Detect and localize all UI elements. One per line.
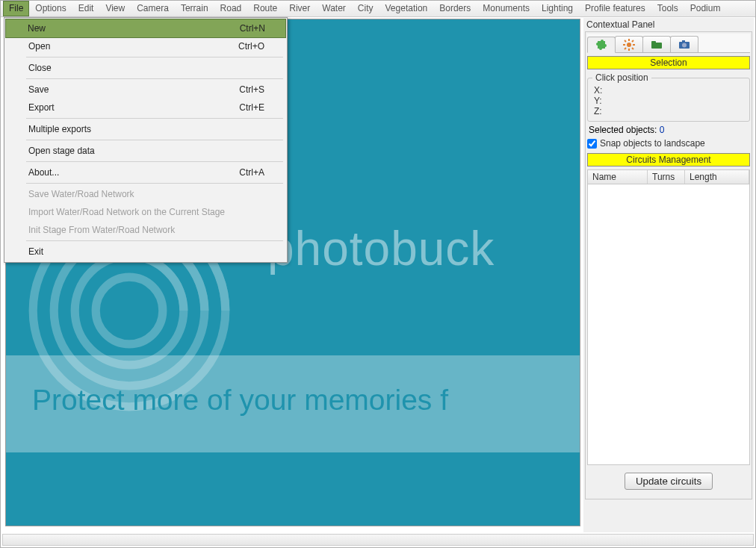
panel-tab-gear[interactable] xyxy=(615,36,643,52)
menu-item-multiple-exports[interactable]: Multiple exports xyxy=(6,120,285,138)
menubar-item-profile-features[interactable]: Profile features xyxy=(579,1,651,16)
click-position-group: Click position X: Y: Z: xyxy=(587,72,750,122)
circuits-grid-header: Name Turns Length xyxy=(587,169,750,184)
menu-separator xyxy=(26,240,283,241)
panel-tab-camera[interactable] xyxy=(670,36,698,52)
click-position-title: Click position xyxy=(592,72,651,83)
svg-line-9 xyxy=(625,40,626,42)
menu-item-label: Export xyxy=(28,102,55,113)
contextual-panel-title: Contextual Panel xyxy=(583,18,754,31)
camera-icon xyxy=(678,39,690,51)
svg-line-12 xyxy=(625,48,626,49)
panel-tab-folder[interactable] xyxy=(642,36,671,52)
watermark-brand-text: photobuck xyxy=(267,221,495,276)
svg-rect-13 xyxy=(651,43,662,49)
menu-item-label: Multiple exports xyxy=(28,124,91,134)
menubar-item-route[interactable]: Route xyxy=(247,1,283,16)
selection-header: Selection xyxy=(587,56,750,69)
coord-z-label: Z: xyxy=(594,106,602,116)
snap-label: Snap objects to landscape xyxy=(600,138,705,149)
puzzle-icon xyxy=(595,39,607,51)
menu-separator xyxy=(26,78,283,79)
svg-line-10 xyxy=(632,48,633,49)
menu-item-save[interactable]: SaveCtrl+S xyxy=(6,81,285,99)
coord-x-label: X: xyxy=(594,85,602,96)
menu-item-shortcut: Ctrl+O xyxy=(238,41,264,52)
menu-separator xyxy=(26,161,283,162)
menu-item-init-stage-from-water-road-network: Init Stage From Water/Road Network xyxy=(6,221,285,239)
menubar-item-vegetation[interactable]: Vegetation xyxy=(379,1,434,16)
menu-item-shortcut: Ctrl+S xyxy=(239,84,264,95)
menubar-item-lighting[interactable]: Lighting xyxy=(536,1,579,16)
selected-objects-count: 0 xyxy=(660,125,665,135)
menu-item-label: About... xyxy=(28,167,59,178)
menu-item-label: Exit xyxy=(28,246,43,257)
svg-rect-17 xyxy=(682,40,685,43)
menu-separator xyxy=(26,183,283,184)
panel-tab-puzzle[interactable] xyxy=(587,37,616,53)
menu-item-label: Save Water/Road Network xyxy=(28,189,134,199)
menu-item-label: Open xyxy=(28,41,50,52)
statusbar xyxy=(2,534,754,546)
menubar-item-tools[interactable]: Tools xyxy=(651,1,684,16)
menu-item-shortcut: Ctrl+N xyxy=(240,23,265,34)
menu-item-import-water-road-network-on-the-current-stage: Import Water/Road Network on the Current… xyxy=(6,203,285,221)
update-circuits-button[interactable]: Update circuits xyxy=(625,473,713,490)
menu-separator xyxy=(26,118,283,119)
menubar-item-water[interactable]: Water xyxy=(316,1,352,16)
menu-item-label: Open stage data xyxy=(28,146,95,156)
menu-item-exit[interactable]: Exit xyxy=(6,243,285,261)
menu-item-open-stage-data[interactable]: Open stage data xyxy=(6,142,285,160)
svg-point-4 xyxy=(627,43,631,47)
menu-item-label: Close xyxy=(28,63,52,73)
menu-item-label: New xyxy=(28,23,46,34)
menu-item-close[interactable]: Close xyxy=(6,59,285,77)
menubar-item-borders[interactable]: Borders xyxy=(433,1,477,16)
menu-item-label: Save xyxy=(28,84,49,95)
col-turns[interactable]: Turns xyxy=(648,170,685,184)
panel-tabbar xyxy=(587,34,750,53)
menubar-item-podium[interactable]: Podium xyxy=(684,1,727,16)
col-name[interactable]: Name xyxy=(588,170,648,184)
menubar-item-road[interactable]: Road xyxy=(214,1,248,16)
menubar-item-river[interactable]: River xyxy=(283,1,316,16)
circuits-grid-body[interactable] xyxy=(587,184,750,465)
snap-checkbox[interactable] xyxy=(587,139,597,149)
menu-item-about[interactable]: About...Ctrl+A xyxy=(6,164,285,181)
menu-separator xyxy=(26,140,283,140)
menubar: FileOptionsEditViewCameraTerrainRoadRout… xyxy=(1,1,755,17)
menu-item-label: Init Stage From Water/Road Network xyxy=(28,225,175,235)
menu-separator xyxy=(26,57,283,57)
selected-objects-label: Selected objects: xyxy=(589,125,657,135)
coord-y-label: Y: xyxy=(594,96,602,106)
menu-item-open[interactable]: OpenCtrl+O xyxy=(6,37,285,55)
menubar-item-monuments[interactable]: Monuments xyxy=(477,1,536,16)
svg-rect-14 xyxy=(651,41,656,43)
menu-item-shortcut: Ctrl+A xyxy=(239,167,264,178)
menu-item-save-water-road-network: Save Water/Road Network xyxy=(6,185,285,203)
menubar-item-city[interactable]: City xyxy=(352,1,379,16)
menubar-item-options[interactable]: Options xyxy=(29,1,72,16)
circuits-header: Circuits Management xyxy=(587,153,750,166)
file-menu-dropdown: NewCtrl+NOpenCtrl+OCloseSaveCtrl+SExport… xyxy=(4,17,288,263)
menubar-item-edit[interactable]: Edit xyxy=(72,1,100,16)
svg-line-11 xyxy=(632,40,633,42)
menu-item-export[interactable]: ExportCtrl+E xyxy=(6,99,285,116)
menu-item-shortcut: Ctrl+E xyxy=(239,102,264,113)
gear-icon xyxy=(623,39,635,51)
menubar-item-file[interactable]: File xyxy=(3,1,29,16)
menubar-item-camera[interactable]: Camera xyxy=(131,1,175,16)
col-length[interactable]: Length xyxy=(685,170,749,184)
menu-item-label: Import Water/Road Network on the Current… xyxy=(28,207,225,217)
menubar-item-terrain[interactable]: Terrain xyxy=(175,1,214,16)
menu-item-new[interactable]: NewCtrl+N xyxy=(5,19,286,38)
svg-point-3 xyxy=(96,277,163,344)
menubar-item-view[interactable]: View xyxy=(99,1,131,16)
watermark-banner-text: Protect more of your memories f xyxy=(32,384,448,417)
contextual-panel: Contextual Panel Selection Click positio… xyxy=(583,18,754,532)
svg-point-16 xyxy=(682,43,687,47)
folder-icon xyxy=(651,39,663,51)
